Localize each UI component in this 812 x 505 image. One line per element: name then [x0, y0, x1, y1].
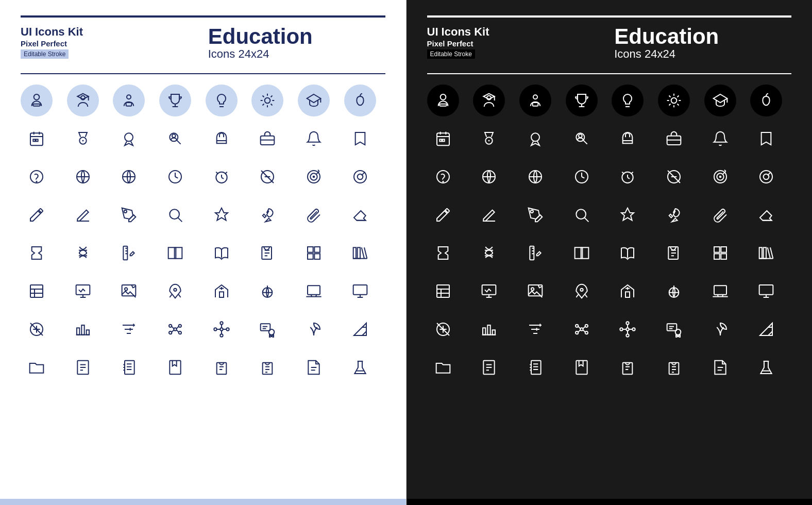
icon-row-4-light	[21, 199, 385, 231]
icon-row-8-dark	[427, 351, 792, 383]
svg-point-307	[675, 329, 681, 335]
svg-rect-250	[721, 254, 726, 259]
icon-alarm-dark	[612, 161, 644, 193]
icon-magnify-light	[159, 199, 191, 231]
icon-bookmark-tab-light	[159, 351, 191, 383]
icon-row-1-light	[21, 85, 385, 116]
dark-panel: UI Icons Kit Pixel Perfect Editable Stro…	[407, 0, 813, 505]
icon-target1-dark	[704, 161, 736, 193]
icon-book-open-light	[159, 237, 191, 269]
svg-rect-270	[759, 285, 773, 295]
svg-line-211	[582, 177, 584, 178]
svg-line-292	[583, 327, 585, 329]
svg-line-226	[768, 172, 771, 176]
icon-list-dark	[427, 275, 459, 307]
svg-rect-110	[77, 328, 79, 334]
icon-photo-dark	[519, 275, 551, 307]
icon-teacher-dark	[519, 85, 551, 116]
icon-rocket-dark	[566, 275, 598, 307]
icon-pencil-crossed-light	[251, 161, 283, 193]
icon-award-light	[113, 123, 145, 155]
icon-certificate-dark	[658, 313, 690, 345]
icon-basketball-light	[67, 161, 99, 193]
svg-line-181	[669, 96, 670, 97]
icon-photo-light	[113, 275, 145, 307]
icon-leaf-light	[298, 313, 330, 345]
icon-lightbulb-dark	[612, 85, 644, 116]
svg-point-128	[220, 328, 223, 330]
icon-eraser-dark	[750, 199, 782, 231]
icons-size-light: Icons 24x24	[208, 47, 385, 61]
svg-point-38	[36, 181, 37, 182]
icon-rocket-pen-dark	[658, 199, 690, 231]
svg-point-287	[576, 325, 578, 327]
icon-bookmark-dark	[750, 123, 782, 155]
icon-backpack-light	[206, 123, 238, 155]
icon-graduate-dark	[473, 85, 505, 116]
svg-line-215	[622, 172, 624, 174]
icon-bandage-dark	[427, 313, 459, 345]
svg-rect-322	[576, 361, 587, 375]
svg-line-200	[583, 140, 587, 144]
svg-point-286	[580, 328, 583, 330]
svg-point-122	[169, 331, 172, 334]
svg-rect-111	[81, 325, 84, 335]
icon-question-light	[21, 161, 53, 193]
icon-folder-light	[21, 351, 53, 383]
icon-idea-light	[251, 85, 283, 116]
icon-apple-dark	[750, 85, 782, 116]
svg-rect-168	[439, 104, 446, 106]
svg-rect-315	[531, 361, 541, 375]
icon-target2-light	[344, 161, 376, 193]
icon-pin-light	[206, 199, 238, 231]
svg-line-16	[263, 104, 264, 106]
icon-row-3-dark	[427, 161, 792, 193]
icon-backpack-dark	[612, 123, 644, 155]
header-light: UI Icons Kit Pixel Perfect Editable Stro…	[21, 26, 385, 61]
icon-search-user-dark	[566, 123, 598, 155]
svg-rect-81	[314, 247, 320, 252]
svg-line-182	[677, 104, 679, 106]
svg-point-131	[220, 322, 223, 324]
icon-paperclip-light	[298, 199, 330, 231]
icon-book-open-dark	[566, 237, 598, 269]
svg-line-223	[724, 170, 726, 172]
icon-bookmark-light	[344, 123, 376, 155]
icon-trophy-dark	[566, 85, 598, 116]
svg-line-184	[677, 96, 679, 97]
icon-whiteboard-light	[67, 275, 99, 307]
svg-rect-26	[36, 139, 38, 141]
pixel-perfect-light: Pixel Perfect	[21, 39, 198, 48]
svg-line-214	[628, 177, 630, 179]
icon-filter-dark	[519, 313, 551, 345]
svg-rect-84	[353, 247, 356, 258]
editable-stroke-light: Editable Stroke	[21, 49, 69, 59]
svg-rect-87	[30, 285, 43, 297]
icon-bookmark-tab-dark	[566, 351, 598, 383]
icon-trophy-light	[159, 85, 191, 116]
icon-magnify-dark	[566, 199, 598, 231]
icon-molecule-dark	[566, 313, 598, 345]
icon-briefcase-light	[251, 123, 283, 155]
svg-rect-85	[357, 247, 360, 258]
icon-clock-light	[159, 161, 191, 193]
icon-certificate-light	[251, 313, 283, 345]
svg-line-56	[318, 170, 319, 172]
svg-point-30	[125, 133, 133, 141]
icon-calendar-dark	[427, 123, 459, 155]
svg-point-123	[179, 331, 181, 334]
icon-alarm-light	[206, 161, 238, 193]
svg-line-293	[578, 330, 580, 332]
svg-point-228	[531, 210, 533, 213]
kit-title-dark: UI Icons Kit	[427, 26, 604, 38]
icon-row-4-dark	[427, 199, 792, 231]
svg-point-263	[580, 289, 583, 291]
icon-checklist-light	[251, 351, 283, 383]
svg-rect-155	[170, 361, 180, 375]
bottom-bar-dark	[407, 499, 813, 505]
icon-pencil-crossed-dark	[658, 161, 690, 193]
svg-line-15	[271, 104, 273, 106]
pixel-perfect-dark: Pixel Perfect	[427, 39, 604, 48]
icon-row-7-light	[21, 313, 385, 345]
svg-point-129	[214, 328, 216, 330]
